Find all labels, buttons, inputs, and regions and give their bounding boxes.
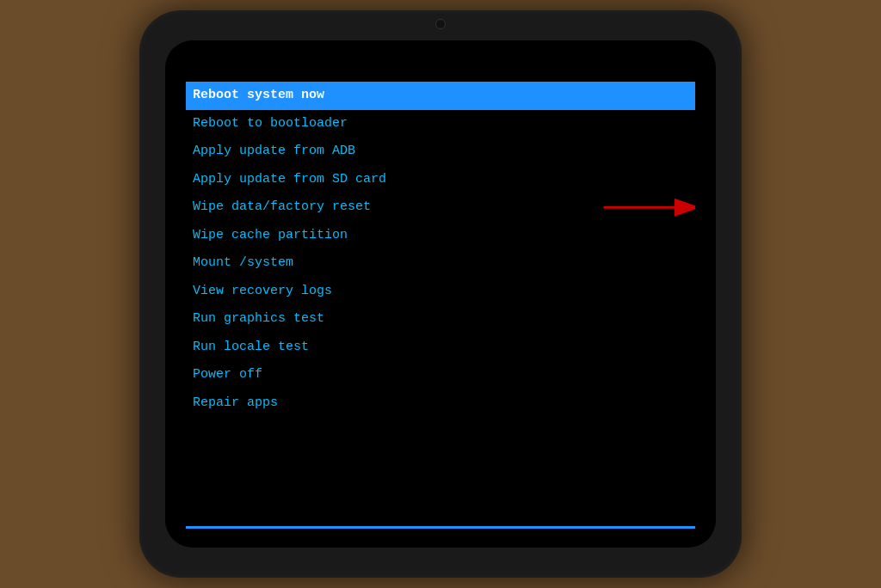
menu-item-1[interactable]: Reboot to bootloader (186, 110, 695, 138)
menu-item-3[interactable]: Apply update from SD card (186, 166, 695, 194)
menu-item-10[interactable]: Power off (186, 361, 695, 389)
menu-item-8[interactable]: Run graphics test (186, 305, 695, 334)
phone-screen-container: Reboot system nowReboot to bootloaderApp… (165, 40, 716, 548)
menu-item-6[interactable]: Mount /system (186, 249, 695, 278)
bottom-divider (186, 526, 695, 529)
menu-item-4[interactable]: Wipe data/factory reset (186, 193, 695, 222)
menu-item-2[interactable]: Apply update from ADB (186, 138, 695, 166)
camera-dot (435, 19, 446, 29)
android-recovery-screen: Reboot system nowReboot to bootloaderApp… (165, 40, 716, 548)
menu-item-11[interactable]: Repair apps (186, 389, 695, 418)
menu-item-9[interactable]: Run locale test (186, 334, 695, 362)
recovery-menu: Reboot system nowReboot to bootloaderApp… (186, 82, 695, 532)
menu-item-7[interactable]: View recovery logs (186, 278, 695, 306)
phone-device: Reboot system nowReboot to bootloaderApp… (139, 10, 742, 578)
menu-item-0[interactable]: Reboot system now (186, 82, 695, 110)
menu-item-5[interactable]: Wipe cache partition (186, 222, 695, 250)
